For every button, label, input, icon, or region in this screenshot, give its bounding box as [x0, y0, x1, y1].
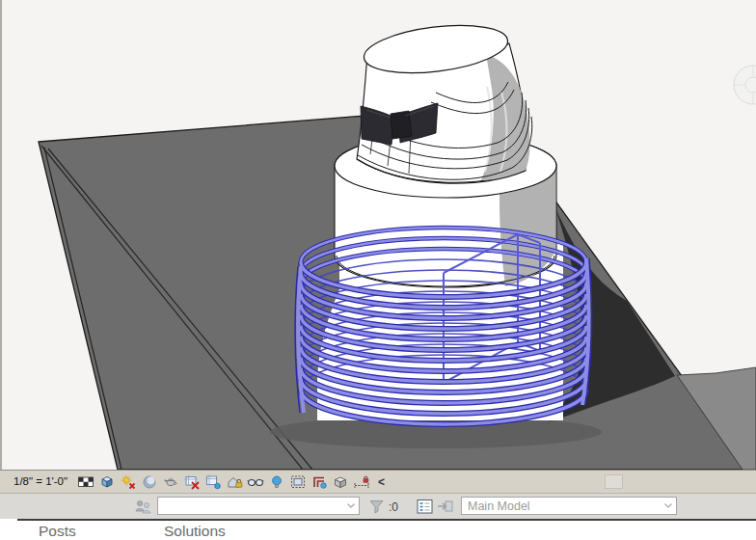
reveal-constraints-icon[interactable] — [353, 473, 370, 491]
detail-level-icon[interactable] — [77, 473, 94, 491]
show-crop-region-icon[interactable] — [204, 473, 222, 491]
design-option-value: Main Model — [462, 500, 661, 513]
screenshot-bottom-border — [17, 519, 756, 521]
window-left-border — [0, 0, 2, 493]
worksets-icon[interactable] — [134, 498, 152, 516]
selection-count: :0 — [389, 500, 398, 514]
temporary-hide-isolate-icon[interactable] — [247, 473, 264, 491]
tab-solutions[interactable]: Solutions — [164, 523, 226, 540]
unlocked-3d-view-icon[interactable] — [226, 473, 243, 491]
3d-viewport[interactable] — [0, 0, 756, 470]
tab-posts[interactable]: Posts — [39, 523, 76, 540]
filter-icon[interactable] — [367, 498, 386, 516]
visual-style-icon[interactable] — [98, 473, 116, 491]
view-scale-button[interactable]: 1/8" = 1'-0" — [14, 475, 68, 487]
horizontal-scrollbar-thumb[interactable] — [605, 474, 623, 489]
view-control-bar: 1/8" = 1'-0" — [0, 470, 756, 493]
shadows-off-icon[interactable] — [141, 473, 158, 491]
crop-view-off-icon[interactable] — [183, 473, 201, 491]
collapse-viewbar-arrow[interactable]: < — [378, 475, 385, 489]
cake-top-tier[interactable] — [357, 18, 532, 183]
analytical-model-icon[interactable] — [310, 473, 328, 491]
design-options-dropdown[interactable]: Main Model — [461, 497, 677, 515]
page-footer: Posts Solutions — [0, 519, 756, 540]
workset-dropdown[interactable] — [157, 497, 360, 515]
chevron-down-icon — [661, 502, 676, 509]
add-to-set-icon[interactable] — [436, 498, 454, 516]
design-options-dialog-icon[interactable] — [416, 498, 434, 516]
soft-shadow — [270, 416, 602, 448]
reveal-hidden-elements-icon[interactable] — [268, 473, 285, 491]
sun-path-off-icon[interactable] — [120, 473, 137, 491]
revit-window: 1/8" = 1'-0" — [0, 0, 756, 540]
chevron-down-icon — [343, 502, 359, 509]
rendering-dialog-icon[interactable] — [162, 473, 179, 491]
status-bar: :0 Main Model — [0, 493, 756, 519]
displacement-sets-icon[interactable] — [332, 473, 349, 491]
temporary-view-properties-icon[interactable] — [289, 473, 307, 491]
